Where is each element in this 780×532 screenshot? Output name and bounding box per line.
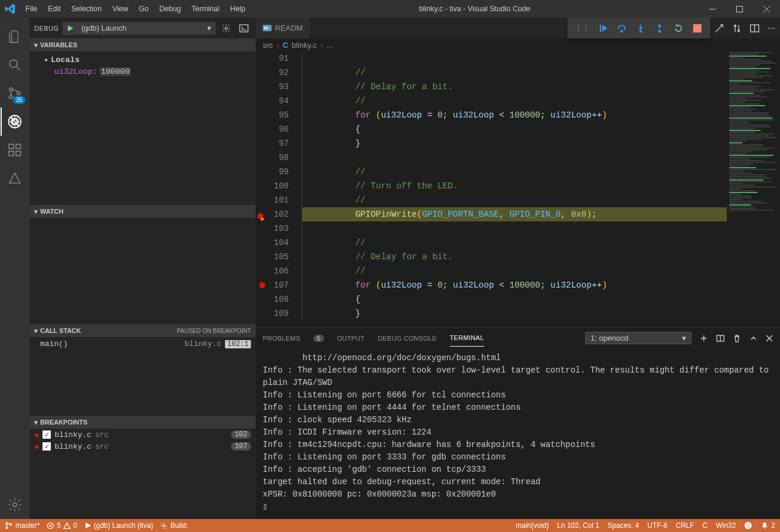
code-line[interactable]: // xyxy=(302,94,727,108)
drag-grip-icon[interactable]: ⋮⋮ xyxy=(572,24,592,32)
code-line[interactable]: } xyxy=(302,306,727,321)
tab-problems[interactable]: PROBLEMS xyxy=(263,330,301,347)
locals-group[interactable]: ▾ Locals xyxy=(34,54,251,66)
line-number[interactable]: 99 xyxy=(256,165,289,179)
line-number[interactable]: 92 xyxy=(256,66,289,80)
code-line[interactable]: GPIOPinWrite(GPIO_PORTN_BASE, GPIO_PIN_0… xyxy=(302,207,727,221)
terminal-content[interactable]: http://openocd.org/doc/doxygen/bugs.html… xyxy=(256,348,780,519)
status-branch[interactable]: master* xyxy=(5,521,40,530)
status-errors[interactable]: 5 0 xyxy=(47,521,77,530)
open-changes-icon[interactable] xyxy=(714,24,724,33)
line-number[interactable]: 106 xyxy=(256,264,289,278)
breakpoint-checkbox[interactable]: ✓ xyxy=(43,430,51,439)
line-number[interactable]: 101 xyxy=(256,193,289,207)
continue-button[interactable] xyxy=(595,20,611,37)
menu-edit[interactable]: Edit xyxy=(43,5,66,13)
line-number[interactable]: 96 xyxy=(256,122,289,136)
line-number[interactable]: 100 xyxy=(256,179,289,193)
line-number[interactable]: 91 xyxy=(256,51,289,66)
line-number[interactable]: 104 xyxy=(256,236,289,250)
line-number[interactable]: 93 xyxy=(256,80,289,94)
code-line[interactable]: } xyxy=(302,136,727,151)
watch-section-header[interactable]: ▾ WATCH xyxy=(30,205,256,218)
menu-debug[interactable]: Debug xyxy=(154,5,187,13)
breadcrumb-segment[interactable]: ... xyxy=(327,41,333,50)
line-number[interactable]: 102▶ xyxy=(256,207,289,221)
menu-selection[interactable]: Selection xyxy=(66,5,107,13)
line-number[interactable]: 103 xyxy=(256,221,289,236)
line-number[interactable]: 109 xyxy=(256,306,289,321)
code-line[interactable] xyxy=(302,51,727,66)
breakpoint-checkbox[interactable]: ✓ xyxy=(43,442,51,451)
code-line[interactable]: // xyxy=(302,193,727,207)
status-feedback-icon[interactable] xyxy=(744,521,752,530)
breakpoints-section-header[interactable]: ▾ BREAKPOINTS xyxy=(30,416,256,429)
status-encoding[interactable]: UTF-8 xyxy=(647,521,667,530)
code-line[interactable]: // xyxy=(302,165,727,179)
code-line[interactable]: { xyxy=(302,122,727,136)
code-line[interactable]: // xyxy=(302,236,727,250)
callstack-section-header[interactable]: ▾ CALL STACK PAUSED ON BREAKPOINT xyxy=(30,324,256,337)
line-number[interactable]: 97 xyxy=(256,136,289,151)
line-number[interactable]: 94 xyxy=(256,94,289,108)
code-editor[interactable]: 919293949596979899100101102▶103104105106… xyxy=(256,51,780,327)
menu-file[interactable]: File xyxy=(20,5,43,13)
menu-terminal[interactable]: Terminal xyxy=(187,5,225,13)
code-line[interactable]: for (ui32Loop = 0; ui32Loop < 100000; ui… xyxy=(302,108,727,122)
menu-view[interactable]: View xyxy=(107,5,133,13)
status-position[interactable]: Ln 102, Col 1 xyxy=(557,521,599,530)
code-line[interactable] xyxy=(302,221,727,236)
status-os[interactable]: Win32 xyxy=(716,521,736,530)
tab-output[interactable]: OUTPUT xyxy=(337,330,365,347)
settings-icon[interactable] xyxy=(1,491,29,519)
debug-config-dropdown[interactable]: (gdb) Launch ▾ xyxy=(63,22,216,35)
code-line[interactable]: // xyxy=(302,66,727,80)
breakpoint-row[interactable]: ● ✓ blinky.c src 107 xyxy=(30,440,256,452)
extensions-icon[interactable] xyxy=(1,136,29,164)
code-line[interactable] xyxy=(302,151,727,165)
line-number[interactable]: 98 xyxy=(256,151,289,165)
chevron-down-icon[interactable]: ▾ xyxy=(203,22,215,34)
menu-help[interactable]: Help xyxy=(225,5,251,13)
code-line[interactable]: // Delay for a bit. xyxy=(302,250,727,264)
tab-terminal[interactable]: TERMINAL xyxy=(450,329,484,347)
menu-go[interactable]: Go xyxy=(133,5,154,13)
line-number[interactable]: 95 xyxy=(256,108,289,122)
breadcrumb[interactable]: src › C blinky.c › ... xyxy=(256,38,780,51)
breakpoint-marker-icon[interactable] xyxy=(259,282,265,288)
step-over-button[interactable] xyxy=(613,20,630,37)
debug-settings-icon[interactable] xyxy=(219,24,233,33)
status-build[interactable]: Build: xyxy=(160,521,188,530)
stop-button[interactable] xyxy=(689,20,706,37)
more-actions-icon[interactable]: ⋯ xyxy=(768,24,775,32)
minimap[interactable] xyxy=(727,51,780,327)
code-line[interactable]: { xyxy=(302,292,727,306)
explorer-icon[interactable] xyxy=(1,22,29,51)
variable-row[interactable]: ui32Loop: 100000 xyxy=(34,66,251,77)
code-line[interactable]: // Turn off the LED. xyxy=(302,179,727,193)
callstack-frame[interactable]: main() blinky.c 102:1 xyxy=(30,337,256,351)
minimize-button[interactable] xyxy=(699,0,726,18)
close-panel-icon[interactable] xyxy=(766,335,773,342)
code-line[interactable]: // xyxy=(302,264,727,278)
line-number[interactable]: 108 xyxy=(256,292,289,306)
code-line[interactable]: for (ui32Loop = 0; ui32Loop < 100000; ui… xyxy=(302,278,727,292)
compare-icon[interactable] xyxy=(732,24,742,33)
status-notifications[interactable]: 2 xyxy=(761,521,775,530)
search-icon[interactable] xyxy=(1,51,29,79)
breakpoint-row[interactable]: ● ✓ blinky.c src 102 xyxy=(30,429,256,440)
restart-button[interactable] xyxy=(670,20,687,37)
close-button[interactable] xyxy=(753,0,780,18)
source-control-icon[interactable]: 35 xyxy=(1,79,29,107)
debug-icon[interactable] xyxy=(1,107,29,136)
debug-floating-toolbar[interactable]: ⋮⋮ xyxy=(567,18,710,38)
status-function[interactable]: main(void) xyxy=(516,521,549,530)
new-terminal-icon[interactable] xyxy=(700,334,708,342)
status-launch[interactable]: (gdb) Launch (tiva) xyxy=(84,521,154,530)
variables-section-header[interactable]: ▾ VARIABLES xyxy=(30,38,256,51)
step-out-button[interactable] xyxy=(651,20,668,37)
breadcrumb-segment[interactable]: src xyxy=(263,41,273,50)
status-eol[interactable]: CRLF xyxy=(675,521,694,530)
step-into-button[interactable] xyxy=(632,20,649,37)
line-number[interactable]: 107 xyxy=(256,278,289,292)
